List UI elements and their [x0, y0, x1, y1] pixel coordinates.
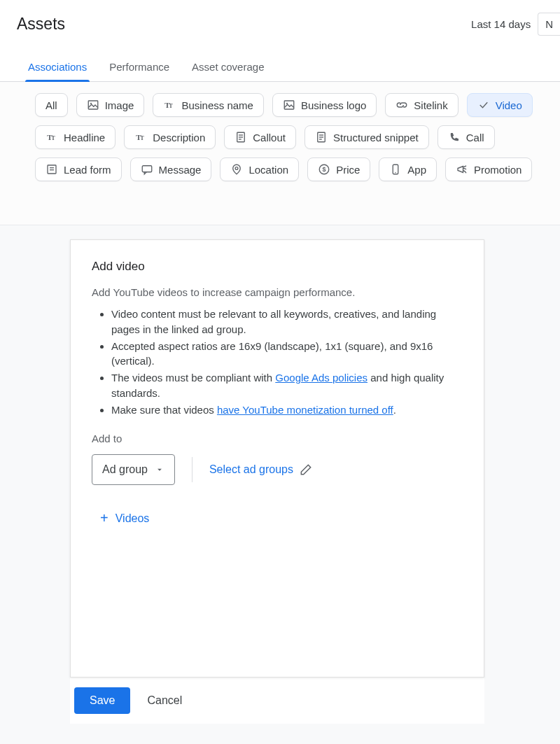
chip-label: Business name: [181, 99, 253, 111]
list-item: Accepted aspect ratios are 16x9 (landsca…: [111, 339, 463, 370]
tt-icon: [46, 131, 58, 143]
chip-label: Promotion: [474, 164, 522, 176]
divider: [192, 457, 192, 482]
add-videos-button[interactable]: + Videos: [92, 510, 149, 526]
list-item: Video content must be relevant to all ke…: [111, 307, 463, 337]
app-icon: [389, 163, 402, 176]
chip-sitelink[interactable]: Sitelink: [385, 93, 458, 117]
chip-label: Headline: [64, 132, 105, 143]
save-button[interactable]: Save: [74, 687, 130, 714]
chevron-down-icon: [155, 465, 164, 475]
chip-app[interactable]: App: [379, 157, 437, 181]
doc-icon: [234, 131, 247, 143]
chip-label: Call: [466, 132, 484, 143]
chip-location[interactable]: Location: [220, 157, 299, 181]
phone-icon: [448, 131, 461, 143]
chip-label: Price: [336, 164, 360, 176]
chip-business-logo[interactable]: Business logo: [272, 93, 377, 117]
chip-label: Callout: [253, 132, 286, 143]
chip-label: Image: [105, 99, 134, 111]
chip-label: Sitelink: [414, 99, 447, 111]
link-icon: [396, 99, 408, 111]
chip-message[interactable]: Message: [130, 157, 212, 181]
dropdown-value: Ad group: [102, 463, 148, 476]
chip-business-name[interactable]: Business name: [153, 93, 264, 117]
chip-label: App: [407, 164, 426, 176]
chip-label: Business logo: [301, 99, 366, 111]
chip-call[interactable]: Call: [438, 125, 495, 149]
chip-callout[interactable]: Callout: [224, 125, 296, 149]
chip-label: Video: [496, 99, 522, 111]
action-bar: Save Cancel: [70, 678, 484, 724]
policies-link[interactable]: Google Ads policies: [275, 372, 368, 384]
tt-icon: [163, 99, 176, 111]
form-icon: [46, 163, 58, 176]
monetization-link[interactable]: have YouTube monetization turned off: [217, 404, 393, 416]
chip-label: Location: [248, 164, 288, 176]
msg-icon: [141, 163, 153, 176]
chip-structured-snippet[interactable]: Structured snippet: [304, 125, 429, 149]
pencil-icon: [299, 463, 313, 477]
asset-type-chips: AllImageBusiness nameBusiness logoSiteli…: [0, 82, 560, 225]
select-ad-groups-button[interactable]: Select ad groups: [209, 463, 313, 477]
date-range-next[interactable]: N: [538, 13, 560, 36]
chip-label: Lead form: [64, 164, 111, 176]
date-range[interactable]: Last 14 days N: [471, 13, 560, 36]
chip-all[interactable]: All: [35, 93, 68, 117]
chip-headline[interactable]: Headline: [35, 125, 115, 149]
tab-performance[interactable]: Performance: [109, 61, 169, 81]
card-title: Add video: [92, 260, 463, 274]
ad-group-dropdown[interactable]: Ad group: [92, 454, 175, 485]
list-item: Make sure that videos have YouTube monet…: [111, 402, 463, 418]
chip-label: All: [46, 99, 57, 111]
add-video-card: Add video Add YouTube videos to increase…: [70, 239, 484, 678]
chip-image[interactable]: Image: [76, 93, 145, 117]
requirements-list: Video content must be relevant to all ke…: [92, 307, 463, 417]
chip-description[interactable]: Description: [124, 125, 216, 149]
tab-associations[interactable]: Associations: [28, 61, 87, 81]
cancel-button[interactable]: Cancel: [147, 694, 182, 707]
chip-video[interactable]: Video: [467, 93, 533, 117]
chip-price[interactable]: Price: [307, 157, 370, 181]
image-icon: [87, 99, 99, 111]
check-icon: [477, 99, 490, 111]
tab-asset-coverage[interactable]: Asset coverage: [192, 61, 264, 81]
date-range-label: Last 14 days: [471, 18, 531, 30]
list-item: The videos must be compliant with Google…: [111, 370, 463, 401]
chip-label: Message: [159, 164, 202, 176]
image-icon: [283, 99, 295, 111]
doc-icon: [315, 131, 328, 143]
chip-lead-form[interactable]: Lead form: [35, 157, 122, 181]
chip-label: Structured snippet: [333, 132, 419, 143]
card-description: Add YouTube videos to increase campaign …: [92, 286, 463, 298]
plus-icon: +: [100, 510, 108, 526]
promo-icon: [456, 163, 468, 176]
add-to-label: Add to: [92, 433, 463, 444]
pin-icon: [230, 163, 243, 176]
chip-promotion[interactable]: Promotion: [445, 157, 532, 181]
page-title: Assets: [17, 15, 65, 34]
chip-label: Description: [153, 132, 205, 143]
tt-icon: [134, 131, 147, 143]
price-icon: [318, 163, 330, 176]
tabs: Associations Performance Asset coverage: [0, 36, 560, 82]
